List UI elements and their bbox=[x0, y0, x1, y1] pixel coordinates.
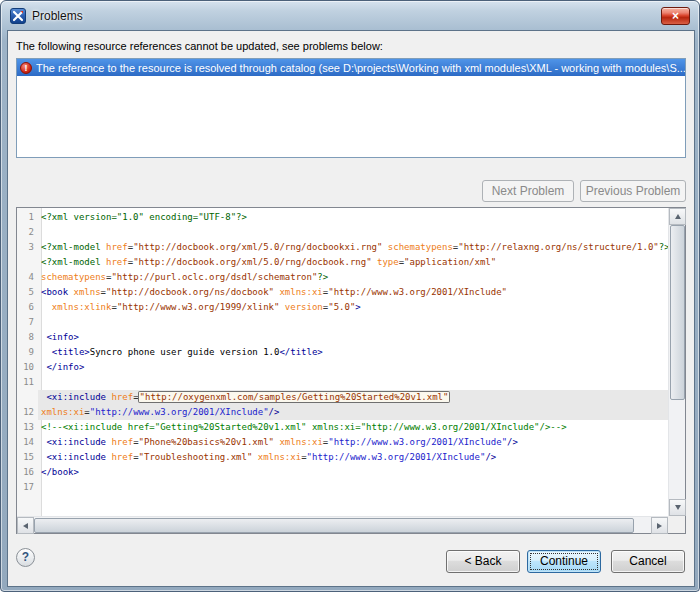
horizontal-scroll-thumb[interactable] bbox=[34, 518, 634, 533]
highlighted-reference: "http://oxygenxml.com/samples/Getting%20… bbox=[139, 392, 450, 402]
syntax-token: "5.0" bbox=[328, 302, 355, 312]
syntax-token: "http://docbook.org/xml/5.0/rng/docbookx… bbox=[133, 242, 382, 252]
cancel-button[interactable]: Cancel bbox=[611, 550, 685, 573]
code-line: <?xml version="1.0" encoding="UTF-8"?> bbox=[38, 210, 668, 225]
scroll-left-button[interactable] bbox=[17, 517, 34, 534]
help-button[interactable]: ? bbox=[16, 548, 35, 567]
line-number: 5 bbox=[17, 285, 38, 300]
vertical-scrollbar[interactable] bbox=[668, 208, 685, 516]
syntax-token: Syncro phone user guide version 1.0 bbox=[90, 347, 280, 357]
syntax-token: xmlns:xi bbox=[279, 287, 322, 297]
title-bar[interactable]: Problems bbox=[1, 1, 699, 31]
code-rows[interactable]: 1<?xml version="1.0" encoding="UTF-8"?>2… bbox=[17, 208, 668, 516]
code-line: xmlns:xi="http://www.w3.org/2001/XInclud… bbox=[38, 405, 668, 420]
syntax-token: = bbox=[133, 392, 138, 402]
syntax-token: /> bbox=[507, 437, 518, 447]
code-row[interactable]: 3<?xml-model href="http://docbook.org/xm… bbox=[17, 240, 668, 255]
line-number: 12 bbox=[17, 405, 38, 420]
help-icon: ? bbox=[22, 550, 29, 564]
code-line: <info> bbox=[38, 330, 668, 345]
horizontal-scrollbar[interactable] bbox=[17, 516, 668, 533]
line-number: 14 bbox=[17, 435, 38, 450]
scroll-right-button[interactable] bbox=[651, 517, 668, 534]
syntax-token: href bbox=[111, 452, 133, 462]
line-number: 15 bbox=[17, 450, 38, 465]
line-number: 6 bbox=[17, 300, 38, 315]
code-row[interactable]: 7 bbox=[17, 315, 668, 330]
code-line: <?xml-model href="http://docbook.org/xml… bbox=[38, 255, 668, 270]
code-row[interactable]: <?xml-model href="http://docbook.org/xml… bbox=[17, 255, 668, 270]
syntax-token: <info> bbox=[46, 332, 79, 342]
arrow-left-icon bbox=[23, 523, 28, 529]
code-row[interactable]: 4schematypens="http://purl.oclc.org/dsdl… bbox=[17, 270, 668, 285]
xml-editor[interactable]: 1<?xml version="1.0" encoding="UTF-8"?>2… bbox=[16, 207, 686, 534]
window-title: Problems bbox=[32, 9, 83, 23]
close-button[interactable]: × bbox=[661, 7, 690, 25]
syntax-token: xmlns bbox=[74, 287, 101, 297]
code-row[interactable]: 17 bbox=[17, 480, 668, 495]
syntax-token: "Phone%20basics%20v1.xml" bbox=[139, 437, 274, 447]
instruction-text: The following resource references cannot… bbox=[16, 40, 383, 52]
code-line: <xi:include href="Phone%20basics%20v1.xm… bbox=[38, 435, 668, 450]
syntax-token: </title> bbox=[279, 347, 322, 357]
line-number: 13 bbox=[17, 420, 38, 435]
syntax-token: "http://www.w3.org/1999/xlink" bbox=[117, 302, 280, 312]
back-button[interactable]: < Back bbox=[446, 550, 520, 573]
syntax-token: "http://www.w3.org/2001/XInclude" bbox=[328, 437, 507, 447]
code-line: <book xmlns="http://docbook.org/ns/docbo… bbox=[38, 285, 668, 300]
vertical-scroll-thumb[interactable] bbox=[670, 225, 685, 400]
syntax-token: type bbox=[377, 257, 399, 267]
line-number: 16 bbox=[17, 465, 38, 480]
error-icon bbox=[20, 62, 32, 74]
code-line: schematypens="http://purl.oclc.org/dsdl/… bbox=[38, 270, 668, 285]
syntax-token: xmlns:xi bbox=[279, 437, 322, 447]
code-row[interactable]: 16</book> bbox=[17, 465, 668, 480]
syntax-token: href bbox=[106, 242, 128, 252]
line-number: 1 bbox=[17, 210, 38, 225]
scrollbar-corner bbox=[668, 516, 685, 533]
syntax-token bbox=[41, 347, 52, 357]
code-row[interactable]: 15 <xi:include href="Troubleshooting.xml… bbox=[17, 450, 668, 465]
syntax-token: </book> bbox=[41, 467, 79, 477]
problems-dialog: Problems × The following resource refere… bbox=[0, 0, 700, 592]
syntax-token: > bbox=[355, 302, 360, 312]
code-row[interactable]: 14 <xi:include href="Phone%20basics%20v1… bbox=[17, 435, 668, 450]
code-row[interactable]: 5<book xmlns="http://docbook.org/ns/docb… bbox=[17, 285, 668, 300]
line-number: 9 bbox=[17, 345, 38, 360]
code-row[interactable]: <xi:include href="http://oxygenxml.com/s… bbox=[17, 390, 668, 405]
code-line: </info> bbox=[38, 360, 668, 375]
code-row[interactable]: 1<?xml version="1.0" encoding="UTF-8"?> bbox=[17, 210, 668, 225]
line-number: 10 bbox=[17, 360, 38, 375]
code-line bbox=[38, 315, 668, 330]
syntax-token: <?xml version="1.0" encoding="UTF-8"?> bbox=[41, 212, 247, 222]
code-line bbox=[38, 225, 668, 240]
previous-problem-button[interactable]: Previous Problem bbox=[580, 180, 686, 202]
syntax-token: schematypens bbox=[388, 242, 453, 252]
problem-item[interactable]: The reference to the resource is resolve… bbox=[17, 59, 685, 76]
continue-button[interactable]: Continue bbox=[527, 550, 601, 573]
line-number: 3 bbox=[17, 240, 38, 255]
scroll-down-button[interactable] bbox=[669, 499, 686, 516]
code-line: <xi:include href="Troubleshooting.xml" x… bbox=[38, 450, 668, 465]
app-icon bbox=[10, 8, 26, 24]
code-row[interactable]: 6 xmlns:xlink="http://www.w3.org/1999/xl… bbox=[17, 300, 668, 315]
syntax-token: "http://docbook.org/xml/5.0/rng/docbook.… bbox=[133, 257, 371, 267]
code-row[interactable]: 2 bbox=[17, 225, 668, 240]
code-row[interactable]: 13<!--<xi:include href="Getting%20Starte… bbox=[17, 420, 668, 435]
next-problem-button[interactable]: Next Problem bbox=[482, 180, 574, 202]
code-row[interactable]: 10 </info> bbox=[17, 360, 668, 375]
syntax-token: xmlns:xi bbox=[258, 452, 301, 462]
close-icon: × bbox=[672, 9, 679, 23]
problems-list[interactable]: The reference to the resource is resolve… bbox=[16, 58, 686, 158]
scroll-up-button[interactable] bbox=[669, 208, 686, 225]
code-row[interactable]: 8 <info> bbox=[17, 330, 668, 345]
code-row[interactable]: 11 bbox=[17, 375, 668, 390]
code-line: </book> bbox=[38, 465, 668, 480]
syntax-token: xmlns:xlink bbox=[52, 302, 112, 312]
syntax-token: "http://www.w3.org/2001/XInclude" bbox=[307, 452, 486, 462]
code-line bbox=[38, 375, 668, 390]
code-line: <xi:include href="http://oxygenxml.com/s… bbox=[38, 390, 668, 405]
code-row[interactable]: 12xmlns:xi="http://www.w3.org/2001/XIncl… bbox=[17, 405, 668, 420]
code-row[interactable]: 9 <title>Syncro phone user guide version… bbox=[17, 345, 668, 360]
syntax-token: "http://docbook.org/ns/docbook" bbox=[106, 287, 274, 297]
